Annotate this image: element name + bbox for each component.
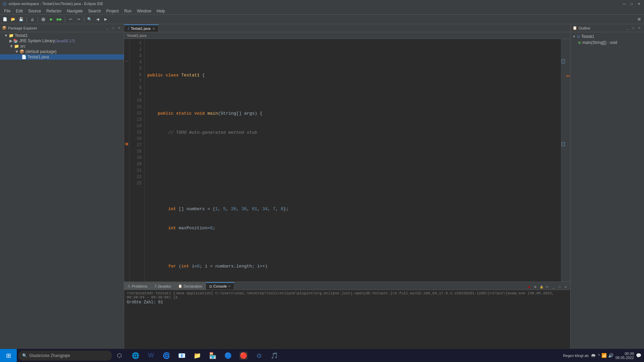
tree-item-testat1-java[interactable]: 📄 Testat1.java (0, 54, 124, 60)
tree-item-default-package[interactable]: ▼ 📦 (default package) (0, 49, 124, 54)
start-button[interactable]: ⊞ (0, 349, 17, 362)
tab-console[interactable]: ⊡ Console ✕ (206, 282, 234, 290)
outline-tree: ▼ ⊙ Testat1 ⊕ main(String[]) : void (571, 32, 644, 47)
jre-library-icon: 📚 (13, 39, 18, 43)
tray-network-icon[interactable]: 📶 (601, 353, 607, 358)
menu-file[interactable]: File (1, 8, 13, 14)
tab-problems[interactable]: ⚠ Problems (124, 282, 151, 290)
package-explorer-close[interactable]: ✕ (116, 25, 122, 31)
taskbar-outlook[interactable]: 📧 (174, 349, 189, 362)
minimize-button[interactable]: — (622, 1, 627, 6)
console-close[interactable]: ✕ (563, 284, 568, 290)
tray-notification-icon[interactable]: 💬 (636, 353, 641, 358)
marker-13 (124, 115, 129, 122)
toolbar-redo[interactable]: ↪ (75, 16, 82, 23)
code-editor[interactable]: ⊖ ⬤ (124, 39, 570, 282)
tree-label-testat1: Testat1 (15, 33, 28, 38)
fold-17[interactable]: − (561, 141, 566, 147)
taskbar-edge2[interactable]: 🌀 (159, 349, 174, 362)
toolbar-prev[interactable]: ◀ (94, 16, 101, 23)
package-explorer-minimize[interactable]: _ (104, 25, 110, 31)
console-clear-btn[interactable]: ⊗ (533, 284, 538, 290)
toolbar-undo[interactable]: ↩ (67, 16, 74, 23)
tab-declaration-label: Declaration (183, 284, 202, 288)
tray-clock[interactable]: 00:39 08.05.2022 (615, 352, 634, 360)
marker-14 (124, 122, 129, 128)
ln-7: 7 (132, 78, 142, 85)
toolbar-print[interactable]: 🖨 (29, 16, 36, 23)
marker-3 (124, 52, 129, 58)
tray-sound-icon[interactable]: 🔊 (608, 353, 613, 358)
toolbar-save[interactable]: 💾 (17, 16, 25, 23)
marker-10 (124, 96, 129, 103)
tab-declaration[interactable]: 📋 Declaration (175, 282, 206, 290)
menu-navigate[interactable]: Navigate (64, 8, 85, 14)
outline-item-main[interactable]: ⊕ main(String[]) : void (573, 40, 642, 46)
taskbar-edge[interactable]: 🌐 (128, 349, 143, 362)
tray-chevron[interactable]: ^ (598, 353, 600, 358)
console-tab-close[interactable]: ✕ (228, 285, 231, 288)
fold-4[interactable]: − (561, 58, 566, 64)
task-view-icon: ⬡ (117, 352, 122, 359)
taskbar-chrome[interactable]: 🔵 (221, 349, 235, 362)
ln-15: 15 (132, 129, 142, 136)
menu-edit[interactable]: Edit (13, 8, 25, 14)
ln-20: 20 (132, 161, 142, 168)
taskbar-word[interactable]: W (144, 349, 158, 362)
taskbar-tray: Regen klingt ab 🌧 ^ 📶 🔊 00:39 08.05.2022… (563, 352, 644, 360)
outline-maximize[interactable]: □ (631, 25, 636, 31)
menu-source[interactable]: Source (25, 8, 44, 14)
editor-tab-testat1[interactable]: J Testat1.java ✕ (124, 24, 159, 32)
toolbar-run-last[interactable]: ▶▶ (56, 16, 63, 23)
toolbar-search[interactable]: 🔍 (86, 16, 93, 23)
declaration-icon: 📋 (178, 284, 182, 288)
menu-refactor[interactable]: Refactor (44, 8, 64, 14)
tab-javadoc[interactable]: J Javadoc (151, 282, 175, 290)
tab-javadoc-label: Javadoc (157, 284, 171, 288)
ln-6: 6 (132, 72, 142, 78)
edge-icon: 🌐 (132, 352, 139, 359)
menu-project[interactable]: Project (104, 8, 121, 14)
tree-item-jre[interactable]: ▶ 📚 JRE System Library [JavaSE-17] (0, 38, 124, 44)
menu-window[interactable]: Window (134, 8, 154, 14)
store-icon: 🏪 (209, 352, 216, 359)
outline-minimize[interactable]: _ (625, 25, 630, 31)
menu-help[interactable]: Help (154, 8, 168, 14)
tree-item-testat1-project[interactable]: ▼ 📁 Testat1 (0, 33, 124, 38)
menu-run[interactable]: Run (121, 8, 134, 14)
maximize-button[interactable]: □ (629, 1, 634, 6)
toolbar-new[interactable]: 📄 (1, 16, 9, 23)
taskbar-task-view[interactable]: ⬡ (112, 349, 127, 362)
console-scroll-lock[interactable]: 🔒 (539, 284, 544, 290)
toolbar-next[interactable]: ▶ (102, 16, 109, 23)
taskbar-app8[interactable]: 🔴 (236, 349, 251, 362)
tree-item-src[interactable]: ▼ 📁 src (0, 44, 124, 49)
package-explorer-maximize[interactable]: □ (110, 25, 116, 31)
taskbar-search-box[interactable]: 🔍 Glasbrücke Zhangjiajie (18, 351, 112, 361)
console-word-wrap[interactable]: ↵ (545, 284, 550, 290)
marker-8 (124, 83, 129, 90)
toolbar-perspectives[interactable]: ⊞ (635, 16, 643, 23)
tree-expand-src-icon: ▼ (9, 44, 13, 49)
taskbar-eclipse[interactable]: ⊙ (252, 349, 266, 362)
toolbar-run[interactable]: ▶ (48, 16, 55, 23)
taskbar-app10[interactable]: 🎵 (267, 349, 282, 362)
toolbar-open[interactable]: 📂 (9, 16, 17, 23)
console-minimize[interactable]: _ (551, 284, 556, 290)
editor-tab-close[interactable]: ✕ (152, 27, 155, 31)
code-line-6 (147, 148, 558, 155)
ln-19: 19 (132, 155, 142, 161)
java-file-icon: 📄 (21, 55, 26, 59)
outline-close[interactable]: ✕ (637, 25, 642, 31)
taskbar-pinned-items: 🌐 W 🌀 📧 📁 🏪 🔵 🔴 ⊙ 🎵 (128, 349, 282, 362)
console-stop-btn[interactable]: ■ (527, 284, 532, 290)
console-maximize[interactable]: □ (557, 284, 562, 290)
toolbar-debug[interactable]: ⬤ (40, 16, 47, 23)
close-button[interactable]: ✕ (637, 1, 641, 6)
menu-search[interactable]: Search (86, 8, 104, 14)
code-content-area[interactable]: public class Testat1 { public static voi… (145, 39, 561, 282)
taskbar-store[interactable]: 🏪 (205, 349, 220, 362)
outline-item-testat1[interactable]: ▼ ⊙ Testat1 (573, 34, 642, 40)
taskbar-explorer[interactable]: 📁 (190, 349, 205, 362)
marker-15 (124, 128, 129, 134)
